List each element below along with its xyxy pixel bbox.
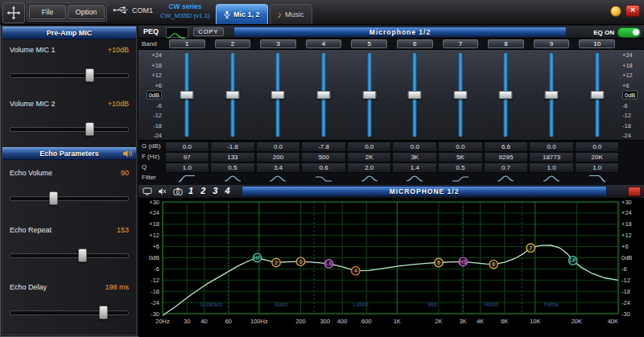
eq-band-2-handle[interactable] <box>225 91 239 99</box>
eq-band-6-slider[interactable] <box>392 50 438 140</box>
eq-band-1-slider[interactable] <box>164 50 210 140</box>
band-1-button[interactable]: 1 <box>169 39 205 48</box>
echo-repeat-value: 153 <box>117 226 129 234</box>
filter-peak-icon[interactable] <box>483 172 529 185</box>
eq-scale-label: -18 <box>622 121 631 129</box>
volume-mic-1-slider-track[interactable] <box>10 73 129 78</box>
eq-band-4-handle[interactable] <box>317 91 331 99</box>
filter-lowshelf-icon[interactable] <box>301 172 347 185</box>
speaker-mute-icon[interactable] <box>157 187 167 195</box>
band-2-button[interactable]: 2 <box>215 39 251 48</box>
band-10-button[interactable]: 10 <box>579 39 615 48</box>
preset-1-button[interactable]: 1 <box>188 185 193 197</box>
camera-icon[interactable] <box>172 187 183 195</box>
eq-band-3-slider[interactable] <box>255 50 301 140</box>
option-menu-button[interactable]: Option <box>68 5 105 19</box>
brand-series: CW series <box>153 2 217 11</box>
echo-delay-slider-track[interactable] <box>10 310 129 315</box>
graph-toolbar <box>142 187 183 195</box>
eq-band-7-handle[interactable] <box>453 91 467 99</box>
echo-repeat-slider-track[interactable] <box>10 253 129 258</box>
preset-3-button[interactable]: 3 <box>213 185 217 197</box>
filter-highpass-icon[interactable] <box>164 172 210 185</box>
eq-band-10-slider[interactable] <box>574 50 620 140</box>
band-3-button[interactable]: 3 <box>260 39 296 48</box>
filter-peak-icon[interactable] <box>346 172 392 185</box>
com-port-indicator[interactable]: COM1 <box>113 6 153 14</box>
x-tick-label: 200 <box>295 318 306 325</box>
close-button[interactable]: ✕ <box>625 5 640 17</box>
echo-volume-slider-handle[interactable] <box>49 191 58 205</box>
display-icon[interactable] <box>142 187 152 195</box>
band-6-button[interactable]: 6 <box>397 39 433 48</box>
echo-repeat-slider[interactable] <box>10 249 129 261</box>
marker-hp[interactable]: HP <box>253 253 261 261</box>
eq-band-9-slider[interactable] <box>529 50 575 140</box>
marker-3[interactable]: 3 <box>296 257 304 265</box>
tab-music[interactable]: ♪ Music <box>270 4 312 24</box>
preset-4-button[interactable]: 4 <box>225 185 229 197</box>
marker-ls[interactable]: LS <box>324 260 332 268</box>
band-7-button[interactable]: 7 <box>443 39 479 48</box>
filter-peak-icon[interactable] <box>210 172 256 185</box>
filter-highshelf-icon[interactable] <box>438 172 484 185</box>
band-8-button[interactable]: 8 <box>488 39 524 48</box>
echo-repeat-slider-handle[interactable] <box>78 249 87 262</box>
preset-2-button[interactable]: 2 <box>200 185 205 197</box>
volume-mic-2-value: +10dB <box>108 100 129 108</box>
marker-5[interactable]: 5 <box>435 258 443 266</box>
eq-band-1-handle[interactable] <box>180 91 194 99</box>
eq-on-toggle[interactable] <box>617 27 641 38</box>
x-tick-label: 2K <box>435 318 442 325</box>
filter-peak-icon[interactable] <box>255 172 301 185</box>
filter-peak-icon[interactable] <box>529 172 575 185</box>
eq-scale-label: +24 <box>151 51 162 59</box>
filter-peak-icon[interactable] <box>392 172 438 185</box>
band-9-button[interactable]: 9 <box>534 39 570 48</box>
marker-6[interactable]: 6 <box>489 260 497 268</box>
echo-delay-label: Echo Delay <box>10 283 47 291</box>
eq-scale-label: +6 <box>622 81 630 88</box>
volume-mic-2-slider[interactable] <box>10 123 129 134</box>
marker-4[interactable]: 4 <box>351 267 359 275</box>
freq-value-band-10: 20K <box>575 152 620 162</box>
eq-band-2-slider[interactable] <box>210 50 256 140</box>
filter-lowpass-icon[interactable] <box>574 172 620 185</box>
band-5-button[interactable]: 5 <box>351 39 387 48</box>
eq-band-9-handle[interactable] <box>545 91 559 99</box>
x-tick-label: 20K <box>572 318 582 325</box>
band-4-button[interactable]: 4 <box>306 39 342 48</box>
echo-delay-slider-handle[interactable] <box>99 306 108 319</box>
panel-close-button[interactable] <box>628 187 641 196</box>
svg-text:2: 2 <box>275 260 278 265</box>
copy-button[interactable]: COPY <box>193 27 224 36</box>
eq-band-7-slider[interactable] <box>438 50 484 140</box>
volume-mic-1-slider[interactable] <box>10 69 129 80</box>
eq-band-5-slider[interactable] <box>346 50 392 140</box>
eq-band-10-handle[interactable] <box>590 91 604 99</box>
echo-delay-row: Echo Delay198 ms <box>2 274 136 331</box>
eq-band-8-slider[interactable] <box>483 50 529 140</box>
volume-mic-1-slider-handle[interactable] <box>85 68 94 82</box>
marker-2[interactable]: 2 <box>272 258 280 266</box>
marker-hs[interactable]: HS <box>459 257 467 265</box>
eq-band-5-handle[interactable] <box>362 91 376 99</box>
peq-curve-icon[interactable] <box>166 27 188 38</box>
echo-delay-slider[interactable] <box>10 306 129 318</box>
file-menu-button[interactable]: File <box>29 5 66 19</box>
region-label-himid: HiMid <box>484 302 498 307</box>
minimize-button[interactable] <box>610 6 621 17</box>
move-handle[interactable] <box>2 2 25 23</box>
eq-band-8-handle[interactable] <box>499 91 513 99</box>
volume-mic-2-slider-handle[interactable] <box>85 122 94 136</box>
eq-band-3-handle[interactable] <box>271 91 285 99</box>
echo-volume-slider[interactable] <box>10 192 129 203</box>
eq-band-4-slider[interactable] <box>301 50 347 140</box>
volume-mic-2-slider-track[interactable] <box>10 127 129 132</box>
eq-band-6-handle[interactable] <box>408 91 422 99</box>
marker-7[interactable]: 7 <box>526 244 535 252</box>
tab-mic-1-2[interactable]: Mic 1, 2 <box>216 4 268 24</box>
marker-lp[interactable]: LP <box>568 257 576 265</box>
echo-volume-slider-track[interactable] <box>10 196 129 201</box>
eq-scale-label: -12 <box>153 112 162 119</box>
